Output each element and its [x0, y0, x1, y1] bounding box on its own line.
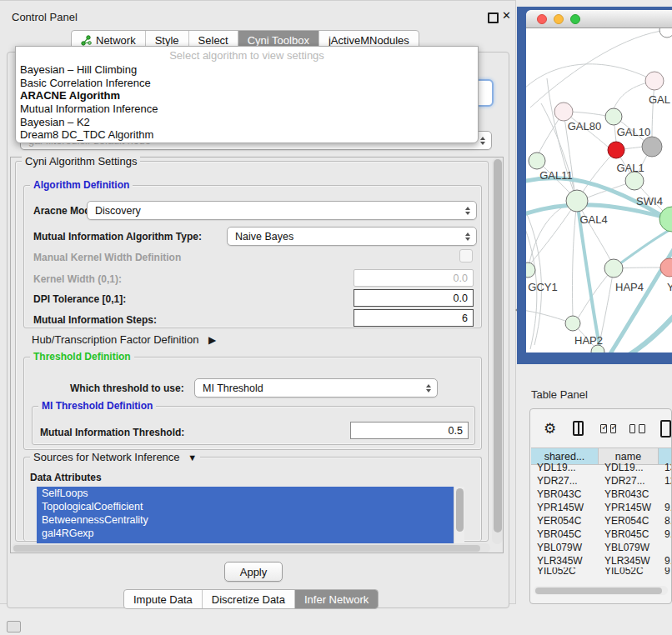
- node-gal11[interactable]: [529, 152, 545, 169]
- unchecked-box-icon[interactable]: [629, 424, 635, 433]
- list-item[interactable]: gal4RGexp: [37, 527, 454, 540]
- node-salmon[interactable]: [660, 258, 672, 277]
- cell[interactable]: YBL079W: [599, 541, 659, 554]
- node-gal1-red[interactable]: [608, 142, 624, 158]
- table-row[interactable]: YBR043C YBR043C: [531, 488, 672, 501]
- list-scrollbar[interactable]: [454, 487, 464, 543]
- tab-infer-network[interactable]: Infer Network: [295, 590, 378, 608]
- cell[interactable]: YPR145W: [599, 501, 659, 514]
- list-scrollbar-thumb[interactable]: [456, 488, 464, 532]
- expand-right-icon[interactable]: ▶: [208, 334, 216, 346]
- float-panel-icon[interactable]: [488, 12, 499, 23]
- table-row-partial[interactable]: YIL052C YIL052C 9: [531, 568, 672, 574]
- cell[interactable]: YBL079W: [531, 541, 599, 554]
- cell[interactable]: YDL19...: [599, 461, 659, 474]
- node-gal1[interactable]: [625, 172, 644, 190]
- cell[interactable]: 8.: [659, 514, 672, 528]
- node-gray[interactable]: [642, 137, 662, 157]
- node-gal10[interactable]: [605, 108, 622, 125]
- checked-box-icon[interactable]: [600, 424, 606, 433]
- mi-type-combobox[interactable]: Naive Bayes: [227, 227, 477, 246]
- apply-button[interactable]: Apply: [224, 562, 283, 582]
- minimize-window-icon[interactable]: [554, 14, 564, 24]
- cell[interactable]: YER054C: [531, 514, 599, 528]
- cell[interactable]: YBR045C: [531, 528, 599, 541]
- zoom-window-icon[interactable]: [570, 14, 580, 24]
- cell[interactable]: YBR043C: [599, 488, 659, 501]
- gear-icon[interactable]: ⚙: [544, 420, 556, 438]
- cell[interactable]: YDR27...: [599, 474, 659, 488]
- mi-threshold-input[interactable]: 0.5: [350, 422, 469, 439]
- close-icon[interactable]: ✕: [502, 9, 511, 22]
- cell[interactable]: YLR345W: [599, 554, 659, 568]
- horizontal-scrollbar-thumb[interactable]: [13, 545, 480, 552]
- table-mode-icon[interactable]: [660, 420, 672, 438]
- table-row[interactable]: YER054C YER054C 8.: [531, 514, 672, 528]
- cell[interactable]: YIL052C: [531, 568, 599, 574]
- cell[interactable]: YER054C: [599, 514, 659, 528]
- node-gal4[interactable]: [566, 190, 588, 212]
- node-pink-top[interactable]: [645, 72, 664, 90]
- checked-box-icon[interactable]: [610, 424, 616, 433]
- tab-impute-data[interactable]: Impute Data: [124, 590, 203, 608]
- node-hap4[interactable]: [604, 259, 623, 278]
- manual-kernel-checkbox[interactable]: [459, 249, 473, 262]
- close-window-icon[interactable]: [537, 14, 547, 24]
- dropdown-item[interactable]: Bayesian – Hill Climbing: [16, 63, 478, 77]
- table-horizontal-scrollbar-thumb[interactable]: [535, 588, 662, 594]
- collapsed-panel-icon[interactable]: [7, 621, 21, 632]
- cell[interactable]: 9: [659, 568, 672, 574]
- which-threshold-combobox[interactable]: MI Threshold: [194, 378, 438, 398]
- list-item[interactable]: BetweennessCentrality: [37, 513, 454, 527]
- tab-discretize-data[interactable]: Discretize Data: [203, 590, 295, 608]
- dpi-tolerance-input[interactable]: 0.0: [354, 289, 474, 307]
- mi-steps-input[interactable]: 6: [354, 309, 474, 327]
- table-row[interactable]: YDR27... YDR27... 12: [531, 474, 672, 488]
- cell[interactable]: YDR27...: [531, 474, 599, 488]
- cell[interactable]: 9.: [659, 528, 672, 541]
- network-window-titlebar[interactable]: [526, 10, 672, 28]
- vertical-scrollbar[interactable]: [492, 158, 503, 544]
- kernel-width-input[interactable]: 0.0: [354, 269, 474, 287]
- node-gal80[interactable]: [554, 102, 573, 121]
- cell[interactable]: YDL19...: [531, 461, 599, 474]
- cell[interactable]: YLR345W: [531, 554, 599, 568]
- dropdown-item-aracne[interactable]: ARACNE Algorithm: [16, 89, 478, 102]
- cell[interactable]: [659, 541, 672, 554]
- cell[interactable]: 13: [659, 461, 672, 474]
- dropdown-item[interactable]: Bayesian – K2: [16, 116, 478, 129]
- collapse-down-icon[interactable]: ▼: [188, 452, 197, 462]
- horizontal-scrollbar[interactable]: [12, 543, 490, 552]
- network-canvas[interactable]: GAL GAL80 GAL10 GAL1 GAL11 SWI4 GAL4 GCY…: [526, 28, 672, 352]
- cell[interactable]: YPR145W: [531, 501, 599, 514]
- dropdown-item[interactable]: Dream8 DC_TDC Algorithm: [16, 128, 478, 142]
- cell[interactable]: 9.: [659, 554, 672, 568]
- cell[interactable]: YBR043C: [531, 488, 599, 501]
- data-attributes-list[interactable]: SelfLoops TopologicalCoefficient Between…: [37, 487, 454, 543]
- table-row[interactable]: YBL079W YBL079W: [531, 541, 672, 554]
- list-item[interactable]: TopologicalCoefficient: [37, 500, 454, 513]
- split-columns-icon[interactable]: [573, 421, 584, 436]
- table-row[interactable]: YBR045C YBR045C 9.: [531, 528, 672, 541]
- vertical-scrollbar-thumb[interactable]: [494, 159, 502, 532]
- dropdown-item[interactable]: Mutual Information Inference: [16, 102, 478, 116]
- cell[interactable]: [659, 488, 672, 501]
- dropdown-item[interactable]: Basic Correlation Inference: [16, 77, 478, 90]
- node-partial-top[interactable]: [659, 28, 672, 38]
- cell[interactable]: YBR045C: [599, 528, 659, 541]
- node-hap2[interactable]: [565, 316, 580, 331]
- table-horizontal-scrollbar[interactable]: [534, 586, 668, 595]
- aracne-mode-combobox[interactable]: Discovery: [87, 201, 477, 220]
- table-row[interactable]: YDL19... YDL19... 13: [531, 461, 672, 474]
- sources-legend[interactable]: Sources for Network Inference ▼: [30, 451, 200, 463]
- hub-definition-toggle[interactable]: Hub/Transcription Factor Definition ▶: [32, 333, 216, 346]
- list-item[interactable]: SelfLoops: [37, 487, 454, 500]
- network-window[interactable]: GAL GAL80 GAL10 GAL1 GAL11 SWI4 GAL4 GCY…: [526, 10, 672, 352]
- node-swi4[interactable]: [659, 207, 672, 232]
- table-row[interactable]: YLR345W YLR345W 9.: [531, 554, 672, 568]
- cell[interactable]: 12: [659, 474, 672, 488]
- cell[interactable]: YIL052C: [599, 568, 659, 574]
- table-row[interactable]: YPR145W YPR145W 9.: [531, 501, 672, 514]
- cell[interactable]: 9.: [659, 501, 672, 514]
- unchecked-box-icon[interactable]: [639, 424, 644, 433]
